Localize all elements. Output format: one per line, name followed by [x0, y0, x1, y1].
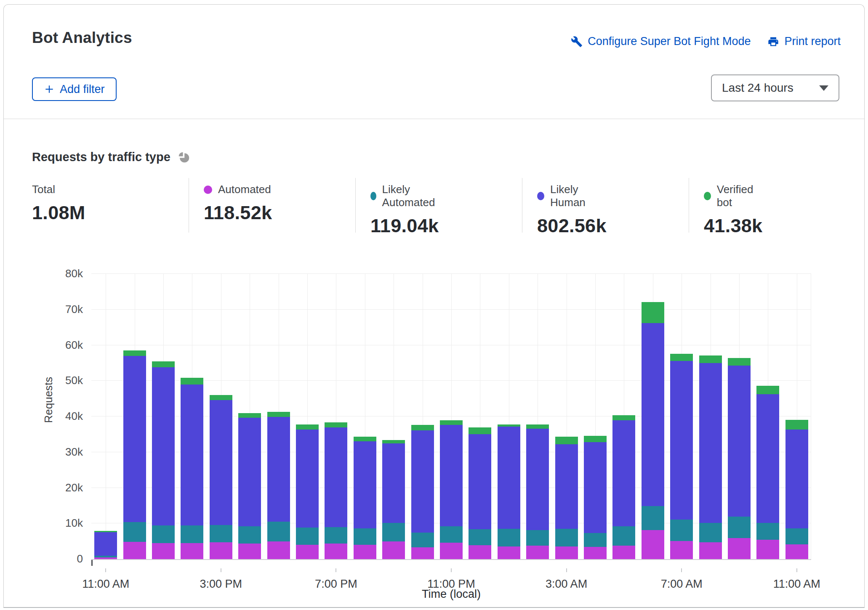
- bar-20-segment-verified-bot[interactable]: [642, 302, 664, 323]
- bar-10-segment-likely-human[interactable]: [354, 441, 376, 528]
- bar-13-segment-automated[interactable]: [440, 543, 463, 559]
- bar-24-segment-automated[interactable]: [756, 540, 779, 559]
- bar-15-segment-likely-human[interactable]: [498, 427, 520, 529]
- bar-17-segment-likely-automated[interactable]: [555, 529, 578, 546]
- bar-12-segment-likely-automated[interactable]: [411, 533, 434, 547]
- bar-1-segment-likely-automated[interactable]: [94, 556, 117, 558]
- bar-19-segment-likely-human[interactable]: [612, 420, 635, 526]
- bar-3-segment-automated[interactable]: [152, 543, 175, 559]
- print-report-link[interactable]: Print report: [767, 35, 841, 48]
- bar-22-segment-automated[interactable]: [699, 542, 722, 559]
- bar-19-segment-likely-automated[interactable]: [612, 526, 635, 546]
- bar-16-segment-likely-human[interactable]: [526, 429, 549, 530]
- bar-22-segment-verified-bot[interactable]: [699, 355, 722, 363]
- bar-12-segment-likely-human[interactable]: [411, 430, 434, 533]
- bar-19-segment-automated[interactable]: [612, 546, 635, 559]
- bar-2-segment-verified-bot[interactable]: [123, 350, 146, 356]
- bar-15-segment-verified-bot[interactable]: [498, 424, 520, 427]
- bar-24-segment-verified-bot[interactable]: [756, 386, 779, 394]
- bar-13-segment-verified-bot[interactable]: [440, 420, 463, 424]
- bar-14-segment-automated[interactable]: [469, 545, 491, 559]
- bar-4-segment-automated[interactable]: [181, 543, 203, 559]
- bar-7-segment-verified-bot[interactable]: [267, 412, 290, 417]
- bar-21-segment-likely-human[interactable]: [670, 361, 693, 520]
- bar-14-segment-likely-automated[interactable]: [469, 529, 491, 545]
- bar-10-segment-verified-bot[interactable]: [354, 437, 376, 441]
- bar-25-segment-likely-human[interactable]: [785, 430, 808, 528]
- bar-8-segment-verified-bot[interactable]: [296, 424, 319, 430]
- bar-12-segment-automated[interactable]: [411, 547, 434, 559]
- bar-2-segment-automated[interactable]: [123, 542, 146, 559]
- bar-6-segment-verified-bot[interactable]: [238, 413, 261, 418]
- bar-15-segment-automated[interactable]: [498, 546, 520, 559]
- bar-9-segment-likely-human[interactable]: [325, 427, 347, 527]
- bar-3-segment-verified-bot[interactable]: [152, 361, 175, 367]
- bar-7-segment-automated[interactable]: [267, 541, 290, 559]
- bar-23-segment-verified-bot[interactable]: [728, 358, 751, 366]
- bar-14-segment-verified-bot[interactable]: [469, 427, 491, 434]
- bar-8-segment-likely-human[interactable]: [296, 430, 319, 527]
- bar-6-segment-likely-human[interactable]: [238, 418, 261, 526]
- bar-5-segment-likely-human[interactable]: [210, 400, 232, 525]
- bar-21-segment-automated[interactable]: [670, 541, 693, 559]
- bar-16-segment-verified-bot[interactable]: [526, 424, 549, 429]
- bar-7-segment-likely-human[interactable]: [267, 417, 290, 522]
- bar-9-segment-verified-bot[interactable]: [325, 422, 347, 428]
- time-range-select[interactable]: Last 24 hours: [711, 74, 839, 101]
- bar-5-segment-verified-bot[interactable]: [210, 395, 232, 400]
- bar-4-segment-verified-bot[interactable]: [181, 378, 203, 384]
- bar-16-segment-automated[interactable]: [526, 546, 549, 559]
- bar-1-segment-verified-bot[interactable]: [94, 531, 117, 532]
- bar-16-segment-likely-automated[interactable]: [526, 530, 549, 546]
- bar-24-segment-likely-automated[interactable]: [756, 523, 779, 540]
- bar-7-segment-likely-automated[interactable]: [267, 522, 290, 541]
- bar-3-segment-likely-automated[interactable]: [152, 525, 175, 543]
- bar-8-segment-likely-automated[interactable]: [296, 528, 319, 545]
- bar-23-segment-likely-automated[interactable]: [728, 517, 751, 538]
- bar-5-segment-automated[interactable]: [210, 542, 232, 559]
- bar-13-segment-likely-automated[interactable]: [440, 526, 463, 543]
- bar-14-segment-likely-human[interactable]: [469, 434, 491, 529]
- bar-4-segment-likely-automated[interactable]: [181, 525, 203, 543]
- add-filter-button[interactable]: Add filter: [32, 77, 117, 101]
- configure-super-bot-fight-mode-link[interactable]: Configure Super Bot Fight Mode: [571, 35, 751, 48]
- bar-23-segment-likely-human[interactable]: [728, 366, 751, 517]
- bar-20-segment-likely-automated[interactable]: [642, 506, 664, 530]
- bar-22-segment-likely-human[interactable]: [699, 363, 722, 523]
- bar-23-segment-automated[interactable]: [728, 538, 751, 559]
- bar-18-segment-automated[interactable]: [584, 547, 607, 559]
- bar-25-segment-likely-automated[interactable]: [785, 528, 808, 544]
- bar-6-segment-automated[interactable]: [238, 544, 261, 559]
- bar-15-segment-likely-automated[interactable]: [498, 529, 520, 546]
- bar-20-segment-likely-human[interactable]: [642, 323, 664, 506]
- bar-20-segment-automated[interactable]: [642, 530, 664, 559]
- bar-11-segment-likely-automated[interactable]: [382, 523, 405, 541]
- bar-18-segment-verified-bot[interactable]: [584, 436, 607, 442]
- bar-4-segment-likely-human[interactable]: [181, 385, 203, 526]
- bar-24-segment-likely-human[interactable]: [756, 394, 779, 523]
- bar-19-segment-verified-bot[interactable]: [612, 415, 635, 420]
- bar-9-segment-likely-automated[interactable]: [325, 527, 347, 544]
- bar-1-segment-automated[interactable]: [94, 557, 117, 559]
- bar-8-segment-automated[interactable]: [296, 545, 319, 559]
- bar-21-segment-likely-automated[interactable]: [670, 520, 693, 541]
- bar-13-segment-likely-human[interactable]: [440, 425, 463, 527]
- bar-9-segment-automated[interactable]: [325, 544, 347, 559]
- bar-25-segment-automated[interactable]: [785, 544, 808, 559]
- bar-11-segment-verified-bot[interactable]: [382, 440, 405, 443]
- bar-18-segment-likely-automated[interactable]: [584, 533, 607, 547]
- bar-22-segment-likely-automated[interactable]: [699, 523, 722, 542]
- bar-17-segment-likely-human[interactable]: [555, 444, 578, 529]
- bar-2-segment-likely-automated[interactable]: [123, 522, 146, 542]
- bar-18-segment-likely-human[interactable]: [584, 442, 607, 533]
- bar-11-segment-automated[interactable]: [382, 541, 405, 559]
- bar-11-segment-likely-human[interactable]: [382, 443, 405, 523]
- bar-3-segment-likely-human[interactable]: [152, 367, 175, 525]
- bar-2-segment-likely-human[interactable]: [123, 356, 146, 522]
- bar-17-segment-verified-bot[interactable]: [555, 437, 578, 444]
- bar-10-segment-automated[interactable]: [354, 545, 376, 559]
- bar-17-segment-automated[interactable]: [555, 546, 578, 560]
- bar-25-segment-verified-bot[interactable]: [785, 420, 808, 430]
- bar-5-segment-likely-automated[interactable]: [210, 525, 232, 543]
- bar-10-segment-likely-automated[interactable]: [354, 528, 376, 545]
